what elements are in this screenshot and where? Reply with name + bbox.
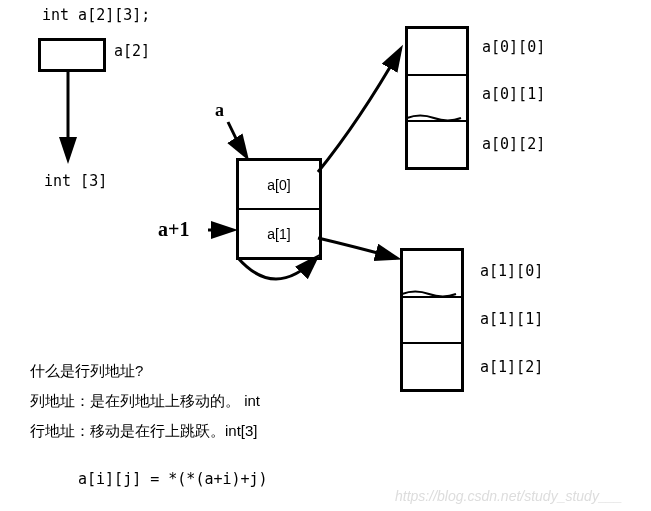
label-ptr-a1: a+1 [158, 218, 189, 241]
cell-mid-1: a[1] [239, 210, 319, 257]
label-a2: a[2] [114, 42, 150, 60]
label-a10: a[1][0] [480, 262, 543, 280]
cell-mid-0: a[0] [239, 161, 319, 210]
cell-br-2 [403, 344, 461, 389]
box-mid: a[0] a[1] [236, 158, 322, 260]
label-a01: a[0][1] [482, 85, 545, 103]
declaration-text: int a[2][3]; [42, 6, 150, 24]
formula-text: a[i][j] = *(*(a+i)+j) [78, 470, 268, 488]
question-row: 行地址：移动是在行上跳跃。int[3] [30, 422, 258, 441]
box-a2 [38, 38, 106, 72]
box-top-right [405, 26, 469, 170]
label-int3: int [3] [44, 172, 107, 190]
box-bot-right [400, 248, 464, 392]
label-ptr-a: a [215, 100, 224, 121]
cell-br-1 [403, 298, 461, 345]
label-a11: a[1][1] [480, 310, 543, 328]
watermark-text: https://blog.csdn.net/study_study___ [395, 488, 622, 504]
label-a02: a[0][2] [482, 135, 545, 153]
question-title: 什么是行列地址? [30, 362, 143, 381]
label-a00: a[0][0] [482, 38, 545, 56]
cell-tr-0 [408, 29, 466, 76]
cell-br-0 [403, 251, 461, 298]
question-col: 列地址：是在列地址上移动的。 int [30, 392, 260, 411]
cell-tr-2 [408, 122, 466, 167]
cell-tr-1 [408, 76, 466, 123]
label-a12: a[1][2] [480, 358, 543, 376]
